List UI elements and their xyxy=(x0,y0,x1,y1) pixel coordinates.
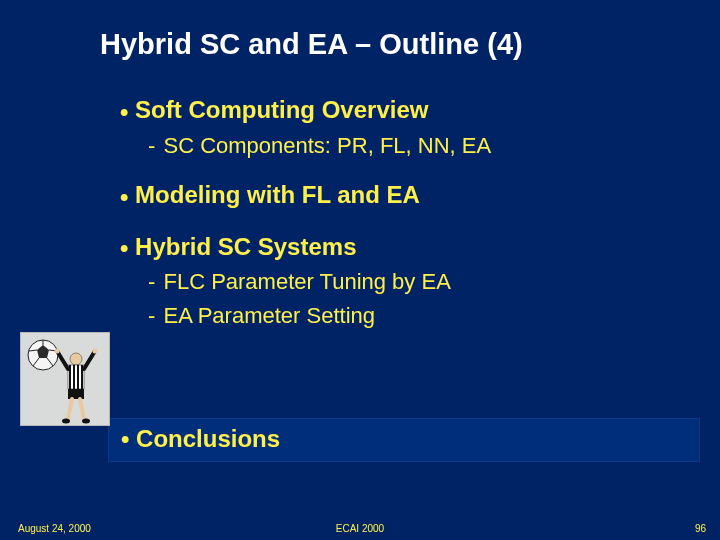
conclusions-highlight-box: • Conclusions xyxy=(108,418,700,462)
bullet-dot-icon: • xyxy=(120,183,135,211)
bullet-label: Soft Computing Overview xyxy=(135,96,428,123)
referee-soccer-icon xyxy=(20,332,110,426)
slide: Hybrid SC and EA – Outline (4) • Soft Co… xyxy=(0,0,720,540)
bullet-soft-computing: • Soft Computing Overview xyxy=(120,96,680,126)
bullet-hybrid-sc: • Hybrid SC Systems xyxy=(120,233,680,263)
sub-item: - SC Components: PR, FL, NN, EA xyxy=(148,132,680,160)
bullet-label: Modeling with FL and EA xyxy=(135,181,420,208)
slide-body: • Soft Computing Overview - SC Component… xyxy=(120,96,680,329)
sub-label: FLC Parameter Tuning by EA xyxy=(163,269,450,294)
dash-icon: - xyxy=(148,269,161,294)
sub-item: - EA Parameter Setting xyxy=(148,302,680,330)
conclusions-label: Conclusions xyxy=(136,425,280,452)
bullet-label: Hybrid SC Systems xyxy=(135,233,356,260)
svg-line-14 xyxy=(84,351,95,369)
svg-line-18 xyxy=(68,399,72,419)
svg-line-13 xyxy=(57,351,68,369)
svg-rect-17 xyxy=(68,389,84,399)
footer-page-number: 96 xyxy=(695,523,706,534)
svg-point-16 xyxy=(93,349,98,354)
bullet-dot-icon: • xyxy=(120,234,135,262)
sub-item: - FLC Parameter Tuning by EA xyxy=(148,268,680,296)
svg-point-21 xyxy=(82,419,90,424)
slide-title: Hybrid SC and EA – Outline (4) xyxy=(100,28,660,61)
footer-venue: ECAI 2000 xyxy=(0,523,720,534)
bullet-modeling: • Modeling with FL and EA xyxy=(120,181,680,211)
dash-icon: - xyxy=(148,133,161,158)
sub-label: EA Parameter Setting xyxy=(163,303,375,328)
svg-point-20 xyxy=(62,419,70,424)
svg-point-7 xyxy=(70,353,82,365)
sub-label: SC Components: PR, FL, NN, EA xyxy=(163,133,491,158)
svg-point-15 xyxy=(55,349,60,354)
bullet-dot-icon: • xyxy=(120,98,135,126)
dash-icon: - xyxy=(148,303,161,328)
svg-line-19 xyxy=(80,399,84,419)
bullet-dot-icon: • xyxy=(121,425,136,452)
